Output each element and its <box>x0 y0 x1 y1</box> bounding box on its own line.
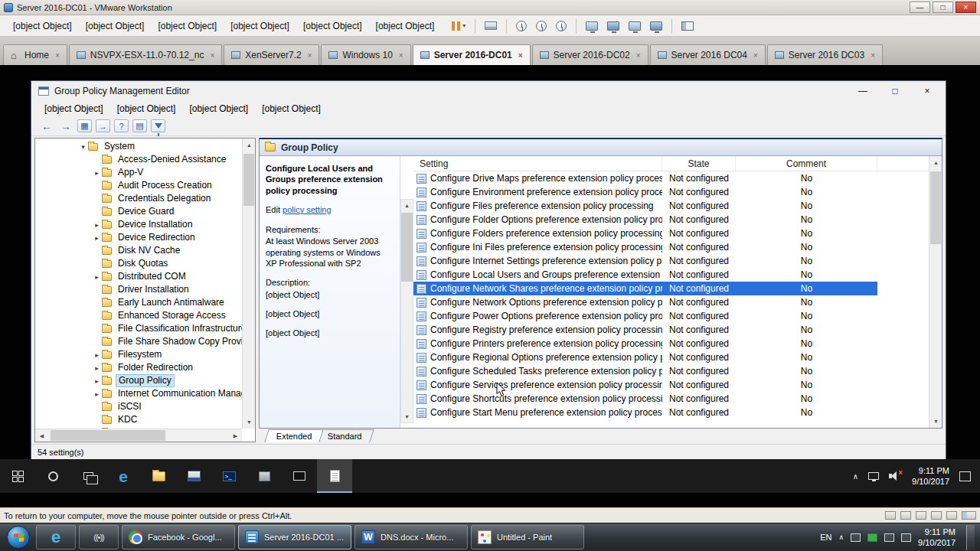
message-log-icon[interactable] <box>962 511 976 520</box>
vm-cmd-button[interactable] <box>282 459 317 493</box>
view-tab[interactable]: Extended <box>264 429 324 442</box>
vm-edge-button[interactable]: e <box>106 459 141 493</box>
tree-node[interactable]: Early Launch Antimalware <box>35 296 242 309</box>
back-button[interactable]: ← <box>39 120 54 132</box>
gpme-menu-item[interactable]: [object Object] <box>182 102 255 116</box>
gpme-maximize-button[interactable]: □ <box>884 83 906 99</box>
scroll-up-icon[interactable]: ▲ <box>929 156 942 169</box>
policy-setting-row[interactable]: Configure Drive Maps preference extensio… <box>413 171 877 185</box>
host-taskbar-app-button[interactable]: Server 2016-DC01 ... <box>238 525 351 549</box>
stretch-guest-icon[interactable] <box>650 18 662 34</box>
tree-node[interactable]: ▸ Device Installation <box>35 218 242 231</box>
chevron-collapsed-icon[interactable]: ▸ <box>92 273 102 281</box>
policy-setting-row[interactable]: Configure Regional Options preference ex… <box>413 350 877 364</box>
vm-search-button[interactable] <box>35 459 70 493</box>
scrollbar-thumb[interactable] <box>930 171 941 244</box>
tree-node-label[interactable]: File Share Shadow Copy Provide <box>116 336 242 347</box>
tree-node[interactable]: ▸ Folder Redirection <box>35 361 242 374</box>
policy-setting-row[interactable]: Configure Files preference extension pol… <box>413 199 877 213</box>
vmware-menu-item[interactable]: [object Object] <box>296 18 369 34</box>
vmware-vm-tab[interactable]: NSVPX-ESX-11.0-70.12_nc × <box>69 44 222 65</box>
power-pause-button[interactable]: ▾ <box>452 18 466 34</box>
tree-node-label[interactable]: Audit Process Creation <box>116 180 214 191</box>
vmware-vm-tab[interactable]: Server 2016 DC03 × <box>767 44 883 65</box>
usb-controller-icon[interactable] <box>931 511 942 520</box>
chevron-collapsed-icon[interactable]: ▸ <box>92 351 102 359</box>
vmware-vm-tab[interactable]: Windows 10 × <box>321 44 410 65</box>
tab-close-icon[interactable]: × <box>55 51 60 60</box>
tree-node-label[interactable]: File Classification Infrastructure <box>116 323 242 334</box>
tab-close-icon[interactable]: × <box>518 51 523 60</box>
tree-node-label[interactable]: Device Redirection <box>116 232 198 243</box>
properties-icon[interactable]: ▤ <box>132 119 147 132</box>
chevron-collapsed-icon[interactable]: ▸ <box>92 221 102 229</box>
language-indicator[interactable]: EN <box>820 533 831 542</box>
revert-snapshot-icon[interactable] <box>536 18 547 34</box>
vm-server-manager-button[interactable] <box>176 459 211 493</box>
scroll-down-icon[interactable]: ▼ <box>929 415 942 428</box>
tree-node-label[interactable]: Distributed COM <box>116 271 188 282</box>
fullscreen-icon[interactable] <box>607 18 619 34</box>
tree-node[interactable]: ▸ Internet Communication Manag <box>35 387 242 400</box>
tree-node-label[interactable]: KDC <box>116 414 139 425</box>
policy-setting-row[interactable]: Configure Registry preference extension … <box>413 323 877 337</box>
tab-close-icon[interactable]: × <box>753 51 758 60</box>
vmware-vm-tab[interactable]: Server 2016-DC01 × <box>413 44 531 65</box>
policy-setting-row[interactable]: Configure Environment preference extensi… <box>413 185 877 199</box>
tree-horizontal-scrollbar[interactable]: ◀ ▶ <box>35 429 242 442</box>
tree-node-label[interactable]: Disk Quotas <box>116 258 170 269</box>
tree-node-label[interactable]: iSCSI <box>116 401 144 412</box>
forward-button[interactable]: → <box>58 120 74 132</box>
tree-node-label[interactable]: Group Policy <box>116 374 175 387</box>
vm-clock[interactable]: 9:11 PM 9/10/2017 <box>912 465 949 487</box>
action-center-icon[interactable] <box>959 471 971 481</box>
network-adapter-icon[interactable] <box>916 511 926 520</box>
policy-setting-row[interactable]: Configure Ini Files preference extension… <box>413 240 877 254</box>
scroll-up-icon[interactable]: ▲ <box>243 139 256 152</box>
host-taskbar-app-button[interactable]: DNS.docx - Micro... <box>354 525 468 549</box>
policy-setting-row[interactable]: Configure Network Shares preference exte… <box>413 282 877 295</box>
tree-node[interactable]: Disk NV Cache <box>35 244 242 257</box>
sound-icon[interactable] <box>946 511 957 520</box>
policy-setting-row[interactable]: Configure Internet Settings preference e… <box>413 254 877 268</box>
update-status-icon[interactable] <box>867 533 877 542</box>
library-toggle-icon[interactable] <box>681 18 694 34</box>
host-taskbar-app-button[interactable]: Untitled - Paint <box>471 525 584 549</box>
tree-node[interactable]: Credentials Delegation <box>35 192 242 205</box>
list-vertical-scrollbar[interactable]: ▲ ▼ <box>929 156 942 428</box>
vm-powershell-button[interactable] <box>211 459 247 493</box>
host-media-app-button[interactable] <box>79 525 119 549</box>
tree-node[interactable]: File Share Shadow Copy Provide <box>35 335 242 348</box>
policy-setting-row[interactable]: Configure Printers preference extension … <box>413 337 877 350</box>
scroll-down-icon[interactable]: ▼ <box>243 416 256 429</box>
gpme-menu-item[interactable]: [object Object] <box>110 102 183 116</box>
policy-setting-row[interactable]: Configure Start Menu preference extensio… <box>413 406 877 419</box>
vmware-menu-item[interactable]: [object Object] <box>6 18 79 34</box>
gpme-menu-item[interactable]: [object Object] <box>255 102 328 116</box>
vmware-vm-tab[interactable]: XenServer7.2 × <box>224 44 319 65</box>
vm-file-explorer-button[interactable] <box>141 459 176 493</box>
unity-icon[interactable] <box>629 18 641 34</box>
scroll-down-icon[interactable]: ▼ <box>400 410 413 423</box>
tab-close-icon[interactable]: × <box>871 51 875 60</box>
host-taskbar-app-button[interactable]: Facebook - Googl... <box>122 525 235 549</box>
scrollbar-thumb[interactable] <box>51 430 165 441</box>
tree-node[interactable]: ▸ Group Policy <box>35 374 242 387</box>
tab-close-icon[interactable]: × <box>636 51 641 60</box>
close-button[interactable]: × <box>956 2 976 13</box>
take-snapshot-icon[interactable] <box>516 18 527 34</box>
policy-setting-row[interactable]: Configure Shortcuts preference extension… <box>413 392 877 406</box>
tree-node[interactable]: ▸ App-V <box>35 166 242 179</box>
chevron-collapsed-icon[interactable]: ▸ <box>92 390 102 398</box>
show-console-tree-icon[interactable]: ▦ <box>77 119 92 132</box>
tree-node-label[interactable]: Driver Installation <box>116 284 191 295</box>
policy-setting-row[interactable]: Configure Folders preference extension p… <box>413 227 877 240</box>
host-clock[interactable]: 9:11 PM 9/10/2017 <box>918 527 956 549</box>
tree-vertical-scrollbar[interactable]: ▲ ▼ <box>242 139 255 429</box>
vm-gpme-taskbar-button[interactable] <box>317 459 352 493</box>
tree-node[interactable]: Driver Installation <box>35 283 242 296</box>
tree-node[interactable]: ▸ Distributed COM <box>35 270 242 283</box>
tree-node-label[interactable]: Enhanced Storage Access <box>116 310 228 321</box>
column-header-state[interactable]: State <box>662 156 736 171</box>
vm-task-view-button[interactable] <box>70 459 106 493</box>
